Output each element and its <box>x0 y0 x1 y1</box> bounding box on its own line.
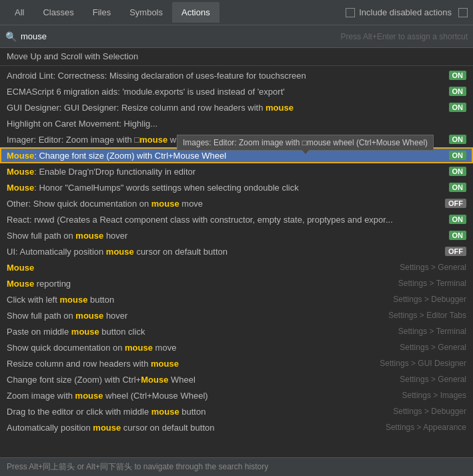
item-text: React: rwwd (Creates a React component c… <box>7 215 444 225</box>
list-item[interactable]: Resize column and row headers with mouse… <box>0 355 473 371</box>
badge-off: OFF <box>445 247 466 256</box>
list-item[interactable]: Change font size (Zoom) with Ctrl+Mouse … <box>0 371 473 387</box>
item-text: Mouse: Honor "CamelHumps" words settings… <box>7 183 444 193</box>
list-item[interactable]: Mouse: Enable Drag'n'Drop functionality … <box>0 163 473 179</box>
settings-path: Settings > Terminal <box>398 327 466 336</box>
list-item[interactable]: Highlight on Caret Movement: Highlig... <box>0 115 473 131</box>
settings-path: Settings > Appearance <box>386 423 466 432</box>
badge-on: ON <box>449 151 467 160</box>
badge-on: ON <box>449 231 467 240</box>
list-item[interactable]: Android Lint: Correctness: Missing decla… <box>0 67 473 83</box>
badge-on: ON <box>449 183 467 192</box>
item-text: Paste on middle mouse button click <box>7 327 393 337</box>
tab-actions[interactable]: Actions <box>172 2 219 23</box>
settings-path: Settings > Debugger <box>393 295 466 304</box>
settings-path: Settings > General <box>400 343 466 352</box>
list-item[interactable]: Automatically position mouse cursor on d… <box>0 419 473 435</box>
item-text: Resize column and row headers with mouse <box>7 359 374 369</box>
tab-all[interactable]: All <box>5 2 33 23</box>
include-disabled-label: Include disabled actions <box>359 7 452 17</box>
item-text: UI: Automatically position mouse cursor … <box>7 247 440 257</box>
status-bar: Press Alt+同上箭头 or Alt+同下箭头 to navigate t… <box>0 457 473 476</box>
list-item[interactable]: Show full path on mouse hoverON <box>0 227 473 243</box>
item-text: Highlight on Caret Movement: Highlig... <box>7 119 466 129</box>
list-item[interactable]: Mouse: Change font size (Zoom) with Ctrl… <box>0 147 473 163</box>
item-text: ECMAScript 6 migration aids: 'module.exp… <box>7 87 444 97</box>
list-item[interactable]: React: rwwd (Creates a React component c… <box>0 211 473 227</box>
settings-path: Settings > GUI Designer <box>380 359 466 368</box>
tabs-bar: All Classes Files Symbols Actions Includ… <box>0 0 473 25</box>
item-text: Show quick documentation on mouse move <box>7 343 394 353</box>
badge-off: OFF <box>445 199 466 208</box>
item-text: Automatically position mouse cursor on d… <box>7 423 380 433</box>
tab-files[interactable]: Files <box>83 2 120 23</box>
item-text: Imager: Editor: Zoom image with □mouse w… <box>7 135 444 145</box>
list-item[interactable]: ECMAScript 6 migration aids: 'module.exp… <box>0 83 473 99</box>
include-disabled-group: Include disabled actions <box>346 7 468 17</box>
list-item[interactable]: Drag to the editor or click with middle … <box>0 403 473 419</box>
item-text: Mouse: Change font size (Zoom) with Ctrl… <box>7 151 444 161</box>
list-item[interactable]: Mouse: Honor "CamelHumps" words settings… <box>0 179 473 195</box>
list-item[interactable]: Zoom image with mouse wheel (Ctrl+Mouse … <box>0 387 473 403</box>
tab-classes[interactable]: Classes <box>33 2 83 23</box>
item-text: Change font size (Zoom) with Ctrl+Mouse … <box>7 375 394 385</box>
badge-on: ON <box>449 215 467 224</box>
list-item[interactable]: Paste on middle mouse button clickSettin… <box>0 323 473 339</box>
item-text: Zoom image with mouse wheel (Ctrl+Mouse … <box>7 391 397 401</box>
item-text: Show full path on mouse hover <box>7 231 444 241</box>
item-text: Mouse <box>7 263 394 273</box>
item-text: Click with left mouse button <box>7 295 388 305</box>
list-item[interactable]: MouseSettings > General <box>0 259 473 275</box>
item-text: Mouse: Enable Drag'n'Drop functionality … <box>7 167 444 177</box>
copy-icon[interactable] <box>458 8 468 17</box>
list-item[interactable]: GUI Designer: GUI Designer: Resize colum… <box>0 99 473 115</box>
badge-on: ON <box>449 167 467 176</box>
item-text: GUI Designer: GUI Designer: Resize colum… <box>7 103 444 113</box>
item-text: Move Up and Scroll with Selection <box>7 51 466 61</box>
list-item[interactable]: Move Up and Scroll with Selection <box>0 48 473 64</box>
list-item[interactable]: Show full path on mouse hoverSettings > … <box>0 307 473 323</box>
list-item[interactable]: UI: Automatically position mouse cursor … <box>0 243 473 259</box>
search-bar: 🔍 Press Alt+Enter to assign a shortcut <box>0 25 473 48</box>
settings-path: Settings > Editor Tabs <box>388 311 466 320</box>
badge-on: ON <box>449 71 467 80</box>
badge-on: ON <box>449 103 467 112</box>
badge-on: ON <box>449 87 467 96</box>
list-item[interactable]: Show quick documentation on mouse moveSe… <box>0 339 473 355</box>
search-icon: 🔍 <box>5 31 17 42</box>
search-hint: Press Alt+Enter to assign a shortcut <box>341 32 468 41</box>
status-text: Press Alt+同上箭头 or Alt+同下箭头 to navigate t… <box>7 461 268 473</box>
list-item[interactable]: Other: Show quick documentation on mouse… <box>0 195 473 211</box>
settings-path: Settings > General <box>400 375 466 384</box>
settings-path: Settings > General <box>400 263 466 272</box>
item-text: Android Lint: Correctness: Missing decla… <box>7 71 444 81</box>
include-disabled-checkbox[interactable] <box>346 8 355 17</box>
search-input[interactable] <box>21 31 337 41</box>
item-text: Other: Show quick documentation on mouse… <box>7 199 440 209</box>
list-item[interactable]: Imager: Editor: Zoom image with □mouse w… <box>0 131 473 147</box>
item-text: Drag to the editor or click with middle … <box>7 407 388 417</box>
settings-path: Settings > Terminal <box>398 279 466 288</box>
item-text: Show full path on mouse hover <box>7 311 383 321</box>
settings-path: Settings > Images <box>402 391 466 400</box>
list-item[interactable]: Click with left mouse buttonSettings > D… <box>0 291 473 307</box>
tab-symbols[interactable]: Symbols <box>120 2 172 23</box>
item-text: Mouse reporting <box>7 279 393 289</box>
list-item[interactable]: Mouse reportingSettings > Terminal <box>0 275 473 291</box>
settings-path: Settings > Debugger <box>393 407 466 416</box>
badge-on: ON <box>449 135 467 144</box>
results-list: Images: Editor: Zoom image with □mouse w… <box>0 48 473 457</box>
